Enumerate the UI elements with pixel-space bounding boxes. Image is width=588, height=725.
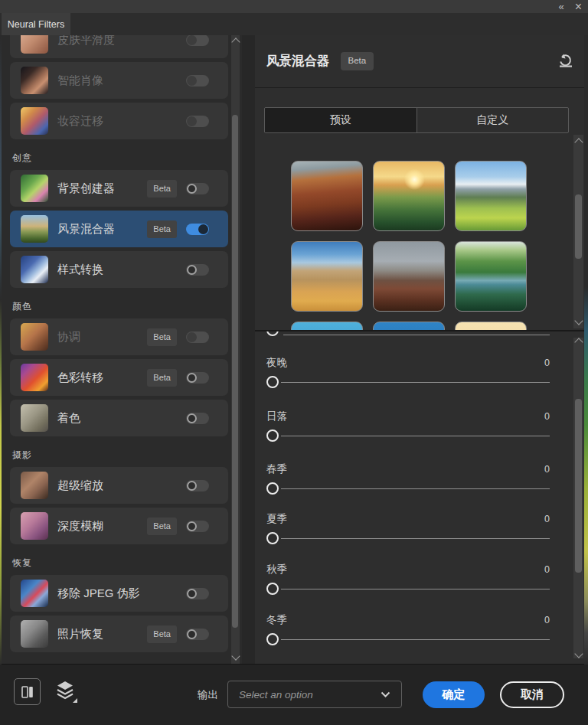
cancel-button[interactable]: 取消: [500, 681, 564, 708]
filter-row-super-zoom[interactable]: 超级缩放 Beta: [10, 467, 228, 504]
slider-handle[interactable]: [266, 376, 279, 388]
slider-value: 0: [544, 615, 550, 625]
preset-custom-tabs: 预设 自定义: [264, 107, 569, 133]
preset-thumbnail-partial[interactable]: [455, 322, 527, 330]
slider-track[interactable]: [281, 488, 550, 489]
output-select-value: Select an option: [239, 689, 381, 701]
filter-toggle[interactable]: [186, 224, 209, 235]
preset-scrollbar-thumb[interactable]: [575, 194, 582, 259]
scroll-down-icon[interactable]: [231, 652, 240, 660]
filter-thumbnail: [21, 472, 48, 499]
show-layers-button[interactable]: [55, 680, 78, 704]
preset-thumbnail-partial[interactable]: [373, 322, 445, 330]
tab-custom[interactable]: 自定义: [416, 108, 569, 132]
filter-row-smart-portrait[interactable]: 智能肖像 Beta: [10, 62, 228, 99]
scroll-up-icon[interactable]: [574, 138, 583, 146]
beta-badge: Beta: [147, 625, 177, 643]
slider-track-partial[interactable]: [283, 335, 550, 335]
collapse-panel-icon[interactable]: «: [558, 2, 564, 11]
slider-label: 秋季: [266, 563, 287, 576]
filter-toggle[interactable]: [186, 183, 209, 194]
scroll-down-icon[interactable]: [574, 316, 583, 325]
filter-row-skin-smoothing[interactable]: 皮肤平滑度 Beta: [10, 35, 228, 58]
filter-toggle[interactable]: [186, 116, 209, 127]
chevron-down-icon: [381, 691, 390, 697]
beta-badge: Beta: [147, 328, 177, 346]
slider-handle-partial[interactable]: [266, 331, 279, 336]
preset-thumbnail-sunset-meadow[interactable]: [373, 161, 445, 231]
split-preview-button[interactable]: [14, 678, 41, 705]
slider-track[interactable]: [281, 382, 550, 383]
filter-row-photo-restoration[interactable]: 照片恢复 Beta: [10, 616, 228, 652]
slider-summer: 夏季 0: [266, 513, 550, 548]
preset-thumbnail-forest-river[interactable]: [455, 241, 527, 312]
filter-row-harmonization[interactable]: 协调 Beta: [10, 318, 228, 355]
filter-label: 超级缩放: [57, 478, 186, 493]
filter-row-makeup-transfer[interactable]: 妆容迁移 Beta: [10, 103, 228, 139]
slider-handle[interactable]: [266, 583, 279, 595]
filter-label: 智能肖像: [57, 73, 186, 88]
preset-thumbnail-desert-rocks[interactable]: [291, 241, 363, 312]
section-label-creative: 创意: [12, 152, 228, 162]
slider-value: 0: [544, 411, 550, 422]
ok-button[interactable]: 确定: [423, 681, 485, 708]
slider-section: 夜晚 0 日落 0 春季 0: [255, 331, 584, 665]
filter-label: 着色: [57, 411, 186, 426]
section-label-color: 颜色: [12, 300, 228, 311]
close-panel-icon[interactable]: ×: [575, 1, 582, 13]
filter-toggle[interactable]: [186, 264, 209, 276]
slider-track[interactable]: [281, 639, 550, 640]
filter-row-colorize[interactable]: 着色 Beta: [10, 400, 228, 436]
filter-toggle[interactable]: [186, 331, 209, 343]
scroll-up-icon[interactable]: [231, 38, 240, 46]
filter-row-style-transfer[interactable]: 样式转换 Beta: [10, 251, 228, 288]
slider-scrollbar-thumb[interactable]: [575, 399, 582, 573]
detail-title: 风景混合器: [266, 53, 330, 70]
preset-thumbnail-monument-valley[interactable]: [373, 241, 445, 312]
filter-toggle[interactable]: [186, 372, 209, 384]
output-select[interactable]: Select an option: [227, 681, 402, 708]
filter-toggle[interactable]: [186, 413, 209, 424]
filter-toggle[interactable]: [186, 629, 209, 640]
filter-thumbnail: [21, 620, 48, 648]
beta-badge: Beta: [147, 180, 177, 198]
tab-presets[interactable]: 预设: [265, 108, 416, 132]
preset-thumbnail-partial[interactable]: [291, 322, 363, 330]
beta-badge: Beta: [341, 52, 374, 70]
filter-label: 背景创建器: [57, 181, 147, 196]
filter-row-color-transfer[interactable]: 色彩转移 Beta: [10, 359, 228, 396]
neural-filters-tab[interactable]: Neural Filters: [2, 13, 70, 35]
slider-track[interactable]: [281, 589, 550, 589]
slider-handle[interactable]: [266, 482, 279, 495]
section-label-photography: 摄影: [12, 449, 228, 459]
filter-row-jpeg-artifacts-removal[interactable]: 移除 JPEG 伪影 Beta: [10, 575, 228, 612]
background-photo-sliver-right: [584, 35, 588, 665]
scroll-down-icon[interactable]: [574, 649, 583, 658]
sidebar-scrollbar-thumb[interactable]: [232, 115, 238, 628]
filter-row-landscape-mixer[interactable]: 风景混合器 Beta: [10, 211, 228, 247]
section-label-restoration: 恢复: [12, 557, 228, 567]
slider-track[interactable]: [281, 538, 550, 539]
preset-scrollbar[interactable]: [573, 135, 583, 328]
filter-row-depth-blur[interactable]: 深度模糊 Beta: [10, 508, 228, 544]
filter-thumbnail: [21, 323, 48, 351]
filter-label: 深度模糊: [57, 519, 147, 534]
slider-scrollbar[interactable]: [573, 338, 583, 658]
reset-filter-icon[interactable]: [557, 53, 574, 70]
filter-thumbnail: [21, 256, 48, 283]
preset-thumbnail-mountain-meadow[interactable]: [455, 161, 527, 231]
filter-toggle[interactable]: [186, 75, 209, 87]
filter-row-background-creator[interactable]: 背景创建器 Beta: [10, 170, 228, 207]
filter-toggle[interactable]: [186, 480, 209, 491]
scroll-up-icon[interactable]: [574, 338, 583, 346]
detail-header: 风景混合器 Beta: [255, 35, 584, 88]
filter-toggle[interactable]: [186, 521, 209, 532]
slider-handle[interactable]: [266, 633, 279, 645]
slider-handle[interactable]: [266, 429, 279, 442]
slider-handle[interactable]: [266, 532, 279, 544]
slider-track[interactable]: [281, 436, 550, 436]
filter-toggle[interactable]: [186, 588, 209, 599]
sidebar-scrollbar[interactable]: [231, 35, 240, 665]
filter-toggle[interactable]: [186, 35, 209, 46]
preset-thumbnail-canyon[interactable]: [291, 161, 363, 231]
